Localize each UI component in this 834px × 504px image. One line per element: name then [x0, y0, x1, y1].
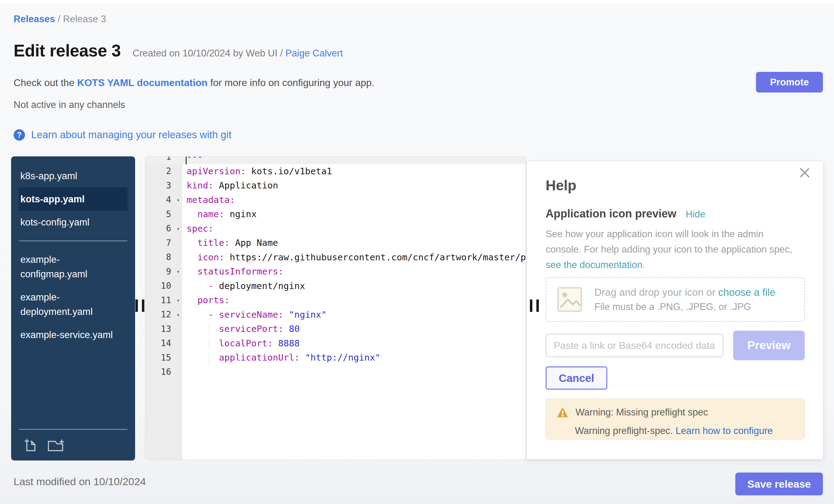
editor-line-10[interactable]: 10 - deployment/nginx — [145, 279, 526, 293]
see-documentation-link[interactable]: see the documentation — [546, 259, 642, 270]
preview-button[interactable]: Preview — [733, 331, 805, 360]
breadcrumb-current: Release 3 — [63, 14, 106, 24]
last-modified-text: Last modified on 10/10/2024 — [14, 476, 146, 488]
line-number: 9▾ — [145, 266, 182, 277]
editor-line-11[interactable]: 11▾ ports: — [145, 293, 526, 308]
help-panel-title: Help — [546, 177, 576, 194]
file-item-example-configmap-yaml[interactable]: example-configmap.yaml — [19, 248, 127, 286]
indent-guide — [209, 352, 210, 363]
line-content: apiVersion: kots.io/v1beta1 — [182, 166, 526, 176]
help-panel-resize-handle[interactable] — [530, 300, 539, 312]
channel-status: Not active in any channels — [14, 99, 125, 110]
line-content: - deployment/nginx — [182, 281, 526, 291]
editor-line-7[interactable]: 7 title: App Name — [145, 236, 526, 250]
line-content: applicationUrl: "http://nginx" — [182, 352, 526, 363]
icon-preview-description: See how your application icon will look … — [546, 226, 792, 273]
icon-preview-title: Application icon preview — [546, 207, 676, 220]
docs-suffix: for more info on configuring your app. — [207, 77, 374, 88]
line-content: title: App Name — [182, 238, 526, 248]
add-file-icon[interactable] — [24, 438, 39, 453]
dropzone-prefix: Drag and drop your icon or — [594, 287, 718, 298]
editor-line-13[interactable]: 13 servicePort: 80 — [145, 322, 526, 336]
dropzone-hint: File must be a .PNG, .JPEG, or .JPG — [594, 301, 775, 312]
line-content: statusInformers: — [182, 266, 526, 277]
icon-url-input[interactable] — [546, 334, 723, 357]
file-sidebar: k8s-app.yamlkots-app.yamlkots-config.yam… — [11, 156, 135, 461]
line-content: - serviceName: "nginx" — [182, 309, 526, 320]
page-title: Edit release 3 — [14, 41, 121, 61]
editor-line-15[interactable]: 15 applicationUrl: "http://nginx" — [145, 350, 526, 365]
line-content: metadata: — [182, 195, 526, 205]
indent-guide — [209, 338, 210, 349]
line-number: 1 — [145, 156, 182, 162]
fold-arrow-icon[interactable]: ▾ — [176, 297, 180, 304]
created-info: Created on 10/10/2024 by Web UI / Paige … — [133, 48, 343, 59]
created-author-link[interactable]: Paige Calvert — [285, 48, 343, 59]
icon-dropzone[interactable]: Drag and drop your icon or choose a file… — [546, 277, 805, 322]
editor-line-3[interactable]: 3kind: Application — [145, 178, 526, 193]
file-item-kots-app-yaml[interactable]: kots-app.yaml — [19, 188, 127, 211]
sidebar-footer — [19, 429, 127, 461]
docs-prefix: Check out the — [14, 77, 77, 88]
warning-body: Warning preflight-spec. Learn how to con… — [556, 425, 794, 436]
editor-line-9[interactable]: 9▾ statusInformers: — [145, 264, 526, 279]
cancel-button[interactable]: Cancel — [546, 367, 607, 390]
line-number: 16 — [145, 367, 182, 377]
line-content: kind: Application — [182, 180, 526, 191]
file-item-kots-config-yaml[interactable]: kots-config.yaml — [19, 211, 127, 234]
editor-line-12[interactable]: 12▾ - serviceName: "nginx" — [145, 308, 526, 322]
breadcrumb-separator: / — [58, 14, 63, 24]
editor-line-1[interactable]: 1--- — [145, 156, 526, 164]
fold-arrow-icon[interactable]: ▾ — [176, 196, 180, 203]
git-help-link[interactable]: ? Learn about managing your releases wit… — [14, 129, 231, 141]
breadcrumb-releases-link[interactable]: Releases — [14, 14, 55, 24]
warning-configure-link[interactable]: Learn how to configure — [676, 425, 773, 436]
line-number: 5 — [145, 209, 182, 219]
line-number: 13 — [145, 324, 182, 334]
warning-title: Warning: Missing preflight spec — [575, 407, 708, 418]
file-item-k8s-app-yaml[interactable]: k8s-app.yaml — [19, 165, 127, 188]
editor-line-4[interactable]: 4▾metadata: — [145, 193, 526, 207]
line-number: 2 — [145, 166, 182, 176]
line-number: 11▾ — [145, 295, 182, 305]
editor-line-5[interactable]: 5 name: nginx — [145, 207, 526, 221]
line-content: spec: — [182, 223, 526, 234]
add-folder-icon[interactable] — [47, 438, 65, 453]
sidebar-resize-handle[interactable] — [135, 300, 145, 312]
save-release-button[interactable]: Save release — [735, 473, 823, 495]
help-panel: Help Application icon preview Hide See h… — [526, 161, 824, 460]
line-content: --- — [182, 156, 526, 162]
dropzone-text: Drag and drop your icon or choose a file… — [594, 287, 775, 312]
editor-line-2[interactable]: 2apiVersion: kots.io/v1beta1 — [145, 164, 526, 179]
line-number: 4▾ — [145, 195, 182, 205]
file-item-example-service-yaml[interactable]: example-service.yaml — [19, 323, 127, 346]
line-number: 15 — [145, 353, 182, 363]
editor-line-14[interactable]: 14 localPort: 8888 — [145, 336, 526, 351]
hide-link[interactable]: Hide — [686, 209, 705, 220]
kots-yaml-docs-link[interactable]: KOTS YAML documentation — [77, 77, 207, 88]
breadcrumb: Releases / Release 3 — [14, 14, 106, 25]
fold-arrow-icon[interactable]: ▾ — [176, 268, 180, 275]
line-number: 8 — [145, 252, 182, 262]
fold-arrow-icon[interactable]: ▾ — [176, 225, 180, 232]
line-number: 6▾ — [145, 223, 182, 234]
line-number: 14 — [145, 338, 182, 348]
docs-line: Check out the KOTS YAML documentation fo… — [14, 77, 374, 89]
editor-line-16[interactable]: 16 — [145, 365, 526, 379]
editor-line-8[interactable]: 8 icon: https://raw.githubusercontent.co… — [145, 250, 526, 265]
fold-arrow-icon[interactable]: ▾ — [176, 311, 180, 318]
line-content: localPort: 8888 — [182, 338, 526, 349]
promote-button[interactable]: Promote — [756, 72, 823, 92]
file-item-example-deployment-yaml[interactable]: example-deployment.yaml — [19, 286, 127, 323]
image-placeholder-icon — [557, 287, 583, 312]
line-content: servicePort: 80 — [182, 324, 526, 334]
choose-file-link[interactable]: choose a file — [718, 287, 775, 298]
yaml-editor[interactable]: 1---2apiVersion: kots.io/v1beta13kind: A… — [145, 156, 526, 460]
line-number: 3 — [145, 180, 182, 191]
close-icon[interactable] — [799, 167, 810, 178]
line-content: name: nginx — [182, 209, 526, 219]
line-number: 10 — [145, 281, 182, 291]
warning-icon — [556, 407, 569, 418]
editor-line-6[interactable]: 6▾spec: — [145, 221, 526, 236]
indent-guide — [209, 324, 210, 334]
